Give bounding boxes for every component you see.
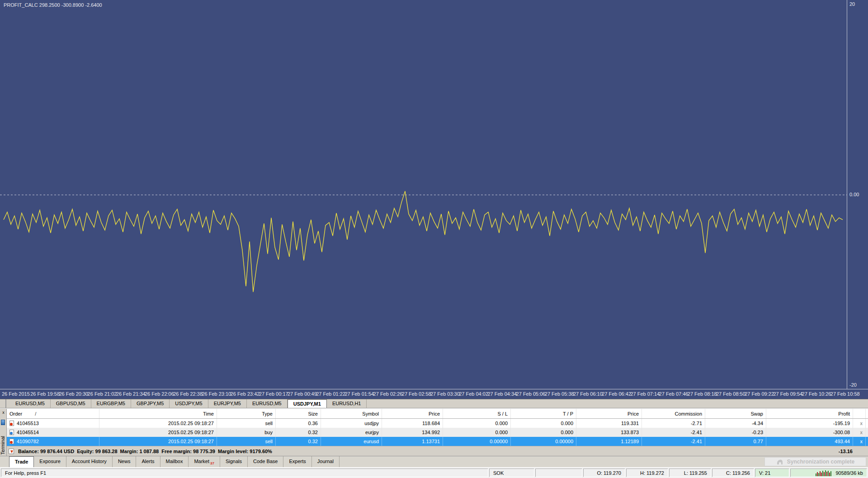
terminal-close-button[interactable]: x	[1, 410, 6, 415]
order-cell-size: 0.32	[276, 428, 321, 437]
time-axis-label: 27 Feb 09:54	[773, 391, 802, 397]
order-number: 41090782	[17, 439, 39, 444]
column-header-11-profit[interactable]: Profit	[766, 409, 853, 418]
terminal-tab-mailbox[interactable]: Mailbox	[160, 456, 189, 467]
chart-area: PROFIT_CALC 298.2500 -300.8900 -2.6400 2…	[0, 0, 868, 389]
chart-tab-eurusd-h1-8[interactable]: EURUSD,H1	[327, 399, 367, 408]
chart-tab-eurusd-m5-0[interactable]: EURUSD,M5	[10, 399, 51, 408]
time-axis-label: 27 Feb 06:10	[573, 391, 603, 397]
sync-notification-text: Synchronization complete	[787, 459, 854, 465]
terminal-tab-alerts[interactable]: Alerts	[136, 456, 160, 467]
time-axis-label: 27 Feb 01:22	[316, 391, 345, 397]
status-open: O: 119.270	[583, 469, 625, 477]
status-low: L: 119.255	[669, 469, 711, 477]
order-type-icon-sell	[9, 439, 14, 444]
column-header-0-order[interactable]: Order/	[7, 409, 99, 418]
time-axis-label: 27 Feb 05:38	[545, 391, 574, 397]
column-header-10-swap[interactable]: Swap	[705, 409, 766, 418]
terminal-panel: x Terminal Order/TimeTypeSizeSymbolPrice…	[0, 408, 868, 456]
orders-table-header: Order/TimeTypeSizeSymbolPriceS / LT / PP…	[7, 409, 868, 419]
time-axis-label: 27 Feb 08:18	[688, 391, 717, 397]
order-cell-type: buy	[217, 428, 276, 437]
profit-indicator-chart	[0, 0, 847, 389]
time-axis-label: 27 Feb 10:58	[830, 391, 860, 397]
column-header-8-price[interactable]: Price	[576, 409, 642, 418]
status-traffic-text: 90589/36 kb	[835, 470, 863, 476]
terminal-tab-account-history[interactable]: Account History	[66, 456, 113, 467]
close-order-button[interactable]: x	[860, 439, 863, 444]
chart-tab-eurgbp-m5-2[interactable]: EURGBP,M5	[91, 399, 131, 408]
column-header-close	[853, 409, 866, 418]
order-cell-tp: 0.000	[511, 419, 576, 428]
time-axis-label: 27 Feb 01:54	[344, 391, 374, 397]
terminal-tab-experts[interactable]: Experts	[283, 456, 311, 467]
chart-tab-eurusd-m5-6[interactable]: EURUSD,M5	[247, 399, 288, 408]
chart-tab-usdjpy-m5-4[interactable]: USDJPY,M5	[170, 399, 208, 408]
order-cell-sl: 0.00000	[443, 437, 511, 446]
column-header-7-tp[interactable]: T / P	[511, 409, 576, 418]
time-axis-label: 27 Feb 05:06	[516, 391, 546, 397]
order-cell-tp: 0.000	[511, 428, 576, 437]
order-type-icon-buy	[9, 430, 14, 435]
order-cell-profit: -300.08	[766, 428, 853, 437]
chart-tab-gbpjpy-m5-3[interactable]: GBPJPY,M5	[131, 399, 170, 408]
order-number: 41045513	[17, 421, 39, 426]
sort-indicator: /	[35, 411, 36, 416]
order-row-41045514[interactable]: 410455142015.02.25 09:18:27buy0.32eurjpy…	[7, 428, 868, 437]
total-profit: -13.16	[769, 449, 855, 454]
order-cell-swap: -4.34	[705, 419, 766, 428]
time-axis-label: 27 Feb 02:58	[402, 391, 431, 397]
column-header-1-time[interactable]: Time	[99, 409, 217, 418]
time-axis-label: 27 Feb 08:50	[716, 391, 745, 397]
time-axis-label: 27 Feb 09:22	[745, 391, 774, 397]
order-row-41090782[interactable]: 410907822015.02.25 09:18:27sell0.32eurus…	[7, 437, 868, 446]
column-header-3-size[interactable]: Size	[276, 409, 321, 418]
terminal-tab-exposure[interactable]: Exposure	[34, 456, 66, 467]
status-high: H: 119.272	[626, 469, 668, 477]
order-cell-commission: -2.41	[642, 437, 705, 446]
chart-tab-gbpusd-m5-1[interactable]: GBPUSD,M5	[51, 399, 91, 408]
column-header-4-symbol[interactable]: Symbol	[321, 409, 382, 418]
balance-icon	[9, 449, 14, 454]
account-summary-row: Balance: 99 876.44 USD Equity: 99 863.28…	[7, 446, 868, 456]
order-cell-order: 41045513	[7, 419, 99, 428]
order-row-41045513[interactable]: 410455132015.02.25 09:18:27sell0.36usdjp…	[7, 419, 868, 428]
order-cell-profit: -195.19	[766, 419, 853, 428]
order-type-icon-sell	[9, 421, 14, 426]
column-header-5-price[interactable]: Price	[382, 409, 443, 418]
status-volume: V: 21	[755, 469, 789, 477]
time-axis-label: 26 Feb 23:10	[202, 391, 231, 397]
chart-plot[interactable]: PROFIT_CALC 298.2500 -300.8900 -2.6400	[0, 0, 847, 389]
terminal-tab-market[interactable]: Market37	[189, 456, 220, 467]
sync-elephant-icon	[776, 459, 783, 465]
order-cell-time: 2015.02.25 09:18:27	[99, 419, 217, 428]
terminal-strip-icon	[1, 420, 5, 425]
orders-table-body: 410455132015.02.25 09:18:27sell0.36usdjp…	[7, 419, 868, 446]
status-connection: SOK	[489, 469, 534, 477]
column-header-6-sl[interactable]: S / L	[443, 409, 511, 418]
column-header-9-commission[interactable]: Commission	[642, 409, 705, 418]
terminal-tab-journal[interactable]: Journal	[312, 456, 340, 467]
close-order-button[interactable]: x	[860, 430, 863, 435]
column-header-2-type[interactable]: Type	[217, 409, 276, 418]
time-axis-label: 26 Feb 22:38	[173, 391, 203, 397]
chart-tab-usdjpy-m1-7[interactable]: USDJPY,M1	[288, 399, 327, 408]
time-axis-label: 27 Feb 00:49	[288, 391, 317, 397]
order-cell-sl: 0.000	[443, 419, 511, 428]
profit-line-series	[4, 191, 843, 292]
order-cell-commission: -2.71	[642, 419, 705, 428]
time-axis-label: 26 Feb 21:34	[116, 391, 146, 397]
terminal-tab-signals[interactable]: Signals	[220, 456, 248, 467]
time-axis-label: 27 Feb 04:34	[487, 391, 517, 397]
time-axis-label: 26 Feb 23:42	[231, 391, 260, 397]
terminal-tab-trade[interactable]: Trade	[9, 456, 34, 467]
time-axis[interactable]: 26 Feb 201526 Feb 19:5826 Feb 20:3026 Fe…	[0, 389, 868, 399]
chart-tab-eurjpy-m5-5[interactable]: EURJPY,M5	[208, 399, 247, 408]
order-cell-sl: 0.000	[443, 428, 511, 437]
order-cell-size: 0.32	[276, 437, 321, 446]
terminal-side-strip: x Terminal	[0, 409, 6, 456]
price-scale[interactable]: 20 0.00 -20	[847, 0, 868, 389]
terminal-tab-news[interactable]: News	[113, 456, 137, 467]
terminal-tab-code-base[interactable]: Code Base	[248, 456, 283, 467]
close-order-button[interactable]: x	[860, 421, 863, 426]
